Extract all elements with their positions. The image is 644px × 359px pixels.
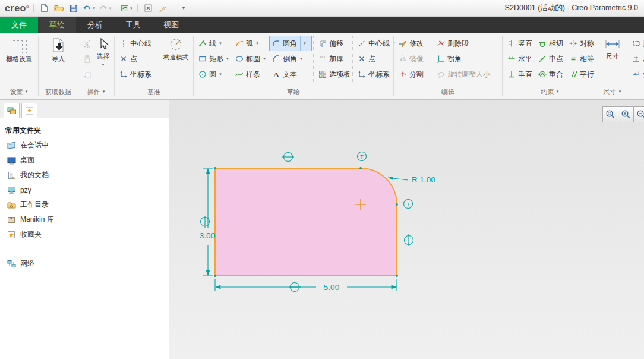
tab-folder-browser[interactable] — [21, 103, 37, 118]
constraint-equal-button[interactable]: 相等 — [566, 51, 597, 67]
new-file-button[interactable] — [38, 2, 50, 14]
sketch-point-button[interactable]: 点 — [355, 51, 392, 67]
zoom-box-button[interactable] — [602, 106, 618, 122]
thicken-button[interactable]: 加厚 — [315, 51, 351, 67]
palette-button[interactable]: 选项板 — [315, 67, 351, 82]
folder-item-manikin-library[interactable]: Manikin 库 — [0, 212, 169, 227]
folder-item-in-session[interactable]: 在会话中 — [0, 138, 169, 153]
cut-button[interactable] — [80, 36, 94, 51]
folder-item-network[interactable]: 网络 — [0, 256, 169, 271]
zoom-out-button[interactable] — [633, 106, 644, 122]
corner-button[interactable]: 拐角 — [434, 51, 499, 67]
constraint-symmetric-button[interactable]: 对称 — [566, 36, 597, 51]
ribbon-group-edit: 修改 镜像 分割 删除段 拐角 旋转调整大小 编辑 — [394, 33, 502, 99]
offset-button[interactable]: 偏移 — [315, 36, 351, 51]
svg-text:A: A — [273, 70, 279, 78]
constraint-midpoint-button[interactable]: 中点 — [535, 51, 566, 67]
zoom-in-button[interactable] — [618, 106, 634, 122]
text-button[interactable]: A文本 — [269, 67, 312, 82]
dimension-button[interactable]: 尺寸 — [600, 36, 625, 61]
tab-tools[interactable]: 工具 — [114, 17, 152, 33]
circle-button[interactable]: 圆▼ — [195, 67, 232, 82]
constraint-vertical-button[interactable]: 竖直 — [504, 36, 535, 51]
toolbar-options-button[interactable]: ▼ — [178, 2, 190, 14]
constraint-tangent-button[interactable]: 相切 — [535, 36, 566, 51]
zoom-toolbar — [603, 106, 644, 122]
group-label-settings[interactable]: 设置▼ — [0, 84, 38, 99]
radius-dimension[interactable]: R 1.00 — [388, 175, 435, 184]
undo-button[interactable]: ▼ — [83, 2, 96, 14]
arc-button[interactable]: 弧▼ — [232, 36, 269, 51]
constraint-coincident-button[interactable]: 重合 — [535, 67, 566, 82]
line-button[interactable]: 线▼ — [195, 36, 232, 51]
reference-dimension-button[interactable]: ( )参 — [629, 67, 644, 82]
folder-item-favorites[interactable]: 收藏夹 — [0, 227, 169, 242]
folder-browser: 常用文件夹 在会话中 桌面 我的文档 pzy 工作目录 — [0, 118, 169, 271]
tab-sketch[interactable]: 草绘 — [38, 17, 76, 33]
folder-item-my-documents[interactable]: 我的文档 — [0, 168, 169, 182]
ellipse-button[interactable]: 椭圆▼ — [232, 51, 269, 67]
folder-item-desktop[interactable]: 桌面 — [0, 153, 169, 168]
rotate-resize-button[interactable]: 旋转调整大小 — [434, 67, 499, 82]
height-dimension[interactable]: 3.00 — [200, 168, 215, 276]
width-dimension-value: 5.00 — [324, 283, 339, 292]
perpendicular-constraint-icon — [507, 70, 516, 78]
spline-button[interactable]: 样条 — [232, 67, 269, 82]
construction-mode-button[interactable]: 构造模式 — [160, 36, 191, 62]
folder-item-pzy[interactable]: pzy — [0, 182, 169, 197]
tangent-symbol: T — [406, 201, 410, 207]
modify-icon — [399, 39, 407, 48]
grid-settings-button[interactable]: 栅格设置 — [2, 36, 36, 64]
folder-item-working-directory[interactable]: 工作目录 — [0, 197, 169, 212]
close-window-button[interactable] — [142, 2, 154, 14]
divide-button[interactable]: 分割 — [396, 67, 434, 82]
chevron-down-icon: ▼ — [299, 57, 303, 61]
datum-centerline-button[interactable]: 中心线 — [116, 36, 160, 51]
tab-view[interactable]: 视图 — [152, 17, 190, 33]
select-button[interactable]: 选择 ▼ — [94, 36, 112, 67]
chevron-down-icon: ▼ — [556, 90, 560, 93]
model-display-button[interactable] — [157, 2, 169, 14]
group-label-dimension[interactable]: 尺寸▼ — [598, 84, 627, 99]
height-dimension-value: 3.00 — [200, 231, 215, 240]
graphics-area[interactable]: T T 3.00 — [169, 100, 644, 359]
line-icon — [198, 39, 207, 48]
save-button[interactable] — [68, 2, 80, 14]
mirror-button[interactable]: 镜像 — [396, 51, 434, 67]
dimension-label: 尺寸 — [606, 52, 619, 61]
fillet-button[interactable]: 圆角▼ — [269, 36, 312, 51]
regenerate-button[interactable]: ▼ — [121, 2, 133, 14]
fillet-dropdown[interactable]: ▼ — [300, 36, 307, 51]
tab-model-tree[interactable] — [4, 103, 20, 118]
paste-button[interactable] — [80, 51, 94, 67]
datum-csys-button[interactable]: 坐标系 — [116, 67, 160, 82]
import-button[interactable]: 导入 — [42, 36, 75, 64]
baseline-dimension-button[interactable]: 基 — [629, 51, 644, 67]
sketch-csys-button[interactable]: 坐标系 — [355, 67, 392, 82]
coincident-constraint-icon — [538, 70, 547, 78]
redo-button[interactable]: ▼ — [99, 2, 112, 14]
constraint-parallel-button[interactable]: 平行 — [566, 67, 597, 82]
delete-segment-button[interactable]: 删除段 — [434, 36, 499, 51]
constraint-horizontal-button[interactable]: 水平 — [504, 51, 535, 67]
sketch-shape[interactable] — [215, 168, 397, 276]
constraint-perpendicular-button[interactable]: 垂直 — [504, 67, 535, 82]
ribbon-group-constrain: 竖直 水平 垂直 相切 中点 重合 对称 相等 平行 约束▼ — [503, 33, 598, 99]
chamfer-button[interactable]: 倒角▼ — [269, 51, 312, 67]
width-dimension[interactable]: 5.00 — [215, 279, 397, 292]
open-button[interactable] — [53, 2, 65, 14]
sketch-centerline-button[interactable]: 中心线▼ — [355, 36, 392, 51]
folder-item-label: 收藏夹 — [20, 229, 42, 240]
rectangle-button[interactable]: 矩形▼ — [195, 51, 232, 67]
toolbar-options-icon: ▼ — [182, 6, 186, 10]
separator — [33, 4, 34, 12]
copy-button[interactable] — [80, 67, 94, 82]
tab-file[interactable]: 文件 — [0, 17, 38, 33]
modify-button[interactable]: 修改 — [396, 36, 434, 51]
datum-point-button[interactable]: 点 — [116, 51, 160, 67]
group-label-operations[interactable]: 操作▼ — [78, 84, 114, 99]
perimeter-dimension-button[interactable]: 周 — [629, 36, 644, 51]
folder-item-label: 工作目录 — [20, 200, 49, 210]
group-label-constrain[interactable]: 约束▼ — [503, 84, 598, 99]
tab-analysis[interactable]: 分析 — [76, 17, 114, 33]
